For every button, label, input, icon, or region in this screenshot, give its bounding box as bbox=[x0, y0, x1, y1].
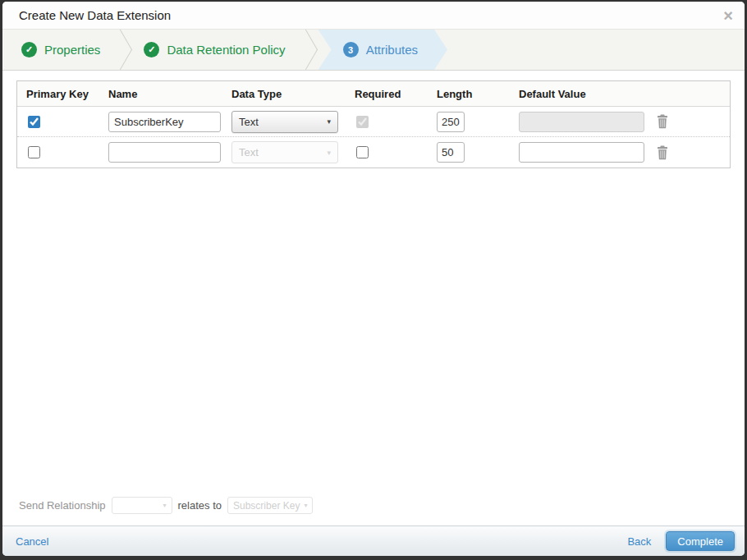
trash-icon bbox=[656, 114, 669, 129]
send-relationship-target-value: Subscriber Key bbox=[233, 500, 300, 512]
send-relationship-source-select[interactable]: ▾ bbox=[112, 497, 172, 514]
col-header-length: Length bbox=[428, 88, 510, 100]
chevron-down-icon: ▾ bbox=[327, 149, 331, 157]
step-label: Properties bbox=[44, 43, 100, 57]
data-type-value: Text bbox=[239, 146, 259, 158]
name-input[interactable] bbox=[108, 142, 221, 163]
check-icon: ✓ bbox=[21, 42, 37, 57]
data-type-value: Text bbox=[239, 116, 259, 128]
step-label: Attributes bbox=[366, 43, 418, 57]
col-header-required: Required bbox=[346, 88, 428, 100]
primary-key-checkbox[interactable] bbox=[28, 116, 40, 128]
name-input[interactable] bbox=[108, 112, 221, 132]
default-value-input[interactable] bbox=[519, 142, 644, 163]
send-relationship-target-select[interactable]: Subscriber Key ▾ bbox=[227, 497, 313, 514]
required-checkbox[interactable] bbox=[356, 116, 369, 128]
chevron-down-icon: ▾ bbox=[304, 502, 307, 509]
delete-row-button[interactable] bbox=[654, 112, 671, 131]
modal-content: Primary Key Name Data Type Required Leng… bbox=[2, 71, 745, 526]
step-attributes[interactable]: 3 Attributes bbox=[319, 30, 447, 70]
table-row: Text ▾ bbox=[17, 107, 730, 137]
complete-button[interactable]: Complete bbox=[666, 531, 735, 551]
step-number-badge: 3 bbox=[343, 42, 359, 57]
col-header-name: Name bbox=[99, 88, 222, 100]
col-header-primary-key: Primary Key bbox=[17, 88, 99, 100]
required-checkbox[interactable] bbox=[356, 146, 369, 158]
cancel-link[interactable]: Cancel bbox=[16, 535, 48, 548]
create-data-extension-modal: Create New Data Extension × ✓ Properties… bbox=[2, 2, 745, 556]
step-data-retention-policy[interactable]: ✓ Data Retention Policy bbox=[133, 30, 305, 70]
modal-title: Create New Data Extension bbox=[19, 8, 171, 22]
modal-title-bar: Create New Data Extension × bbox=[2, 2, 745, 29]
check-icon: ✓ bbox=[144, 42, 159, 57]
delete-row-button[interactable] bbox=[654, 144, 671, 162]
wizard-step-bar: ✓ Properties ✓ Data Retention Policy 3 A… bbox=[2, 29, 745, 71]
step-properties[interactable]: ✓ Properties bbox=[11, 30, 120, 70]
length-input[interactable] bbox=[437, 112, 465, 132]
default-value-input[interactable] bbox=[519, 112, 644, 132]
step-separator bbox=[120, 30, 133, 70]
send-relationship-row: Send Relationship ▾ relates to Subscribe… bbox=[2, 497, 745, 526]
trash-icon bbox=[656, 145, 669, 160]
close-icon[interactable]: × bbox=[723, 7, 733, 24]
content-spacer bbox=[2, 168, 745, 497]
primary-key-checkbox[interactable] bbox=[28, 146, 40, 158]
data-type-select[interactable]: Text ▾ bbox=[231, 141, 338, 163]
table-row: Text ▾ bbox=[17, 137, 730, 168]
table-header-row: Primary Key Name Data Type Required Leng… bbox=[17, 81, 730, 107]
data-type-select[interactable]: Text ▾ bbox=[231, 111, 338, 133]
attributes-table: Primary Key Name Data Type Required Leng… bbox=[16, 80, 731, 168]
relates-to-label: relates to bbox=[178, 499, 222, 512]
length-input[interactable] bbox=[437, 142, 465, 163]
chevron-down-icon: ▾ bbox=[327, 117, 331, 126]
chevron-down-icon: ▾ bbox=[163, 502, 167, 509]
step-label: Data Retention Policy bbox=[167, 43, 285, 57]
send-relationship-label: Send Relationship bbox=[19, 499, 106, 512]
col-header-default-value: Default Value bbox=[510, 88, 649, 100]
modal-footer: Cancel Back Complete bbox=[2, 526, 745, 556]
back-link[interactable]: Back bbox=[627, 535, 651, 548]
col-header-data-type: Data Type bbox=[222, 88, 346, 100]
step-separator bbox=[305, 30, 319, 70]
